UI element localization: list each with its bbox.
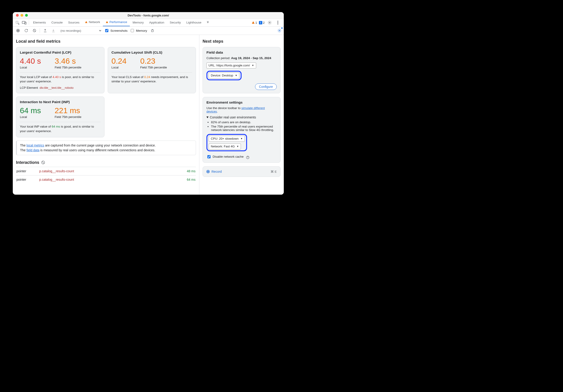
interactions-heading: Interactions xyxy=(16,160,196,165)
capture-settings-gear-icon[interactable] xyxy=(277,28,282,34)
interaction-row[interactable]: pointerp.catalog__results-count64 ms xyxy=(16,175,196,184)
interaction-row[interactable]: pointerp.catalog__results-count48 ms xyxy=(16,167,196,175)
screenshots-checkbox[interactable]: Screenshots xyxy=(104,28,128,33)
svg-point-4 xyxy=(277,21,278,22)
inp-title: Interaction to Next Paint (INP) xyxy=(20,100,101,104)
svg-point-14 xyxy=(247,158,248,158)
lcp-element-row[interactable]: LCP Element div.tile__text.tile__roboto xyxy=(20,86,101,90)
tab-application[interactable]: Application xyxy=(146,19,167,27)
settings-gear-icon[interactable] xyxy=(267,19,273,26)
inp-description: Your local INP value of 64 ms is good, a… xyxy=(20,124,101,133)
env-bullet: 82% of users are on desktop. xyxy=(211,120,277,124)
device-select-highlight: Device: Desktop▼ xyxy=(206,71,242,80)
minimize-window-button[interactable] xyxy=(21,14,23,17)
memory-checkbox[interactable]: Memory xyxy=(130,28,147,33)
cls-local-label: Local xyxy=(112,66,127,69)
cpu-throttle-select[interactable]: CPU: 20× slowdown▼ xyxy=(209,136,245,142)
interaction-duration: 48 ms xyxy=(187,169,195,173)
lcp-field-label: Field 75th percentile xyxy=(55,66,81,69)
svg-rect-10 xyxy=(152,30,153,32)
zoom-window-button[interactable] xyxy=(25,14,28,17)
help-icon[interactable] xyxy=(246,156,250,159)
toolbar-separator xyxy=(40,28,40,33)
inp-local-value: 64 ms xyxy=(20,106,41,115)
lcp-field-value: 3.46 s xyxy=(55,57,81,65)
inp-field-label: Field 75th percentile xyxy=(55,115,81,119)
tab-lighthouse[interactable]: Lighthouse xyxy=(184,19,204,27)
cls-field-value: 0.23 xyxy=(140,57,167,65)
download-profile-icon[interactable] xyxy=(51,28,56,34)
close-window-button[interactable] xyxy=(16,14,19,17)
interaction-target: p.catalog__results-count xyxy=(39,169,187,173)
env-bullet: The 75th percentile of real users experi… xyxy=(211,125,277,132)
issues-warning-badge[interactable]: 1 xyxy=(252,21,257,25)
next-steps-title: Next steps xyxy=(203,39,281,44)
inspect-element-icon[interactable] xyxy=(14,19,21,26)
throttling-highlight: CPU: 20× slowdown▼ Network: Fast 4G▼ xyxy=(206,134,247,151)
lcp-local-label: Local xyxy=(20,66,41,69)
device-select[interactable]: Device: Desktop▼ xyxy=(209,73,239,78)
record-card: Record ⌘ E xyxy=(203,166,281,177)
tab-console[interactable]: Console xyxy=(49,19,65,27)
metrics-pane: Local and field metrics Largest Contentf… xyxy=(13,35,199,195)
svg-point-5 xyxy=(277,22,278,23)
window-title: DevTools - fonts.google.com/ xyxy=(13,14,284,17)
lcp-card: Largest Contentful Paint (LCP) 4.40 s Lo… xyxy=(16,47,104,93)
more-tabs-icon[interactable] xyxy=(205,19,211,26)
record-icon[interactable] xyxy=(15,28,21,34)
tab-sources[interactable]: Sources xyxy=(65,19,82,27)
interaction-type: pointer xyxy=(16,169,39,173)
tab-memory[interactable]: Memory xyxy=(130,19,146,27)
field-data-card: Field data Collection period: Aug 19, 20… xyxy=(203,47,281,93)
devtools-tabs: ElementsConsoleSourcesNetworkPerformance… xyxy=(13,19,284,27)
environment-settings-card: Environment settings Use the device tool… xyxy=(203,97,281,163)
traffic-lights xyxy=(13,14,28,17)
record-shortcut: ⌘ E xyxy=(270,170,277,173)
consider-disclosure[interactable]: Consider real user environments 82% of u… xyxy=(206,116,277,132)
tab-network[interactable]: Network xyxy=(82,18,103,26)
upload-profile-icon[interactable] xyxy=(42,28,48,34)
tabs-separator xyxy=(29,20,29,25)
device-toolbar-icon[interactable] xyxy=(21,19,27,26)
inp-local-label: Local xyxy=(20,115,41,119)
cls-local-value: 0.24 xyxy=(112,57,127,65)
tab-elements[interactable]: Elements xyxy=(30,19,49,27)
url-select[interactable]: URL: https://fonts.google.com/▼ xyxy=(206,63,256,68)
lcp-description: Your local LCP value of 4.40 s is poor, … xyxy=(20,75,101,84)
more-options-icon[interactable] xyxy=(275,19,281,26)
recordings-select[interactable]: (no recordings) xyxy=(59,28,102,33)
next-steps-pane: Next steps Field data Collection period:… xyxy=(199,35,284,195)
cls-description: Your local CLS value of 0.24 needs impro… xyxy=(112,75,192,84)
interaction-type: pointer xyxy=(16,178,39,181)
tab-performance[interactable]: Performance xyxy=(103,18,130,26)
lcp-title: Largest Contentful Paint (LCP) xyxy=(20,51,101,54)
metrics-note: The local metrics are captured from the … xyxy=(16,141,196,155)
inp-card: Interaction to Next Paint (INP) 64 ms Lo… xyxy=(16,96,104,137)
cls-card: Cumulative Layout Shift (CLS) 0.24 Local… xyxy=(108,47,196,93)
cls-title: Cumulative Layout Shift (CLS) xyxy=(112,51,192,54)
svg-point-6 xyxy=(277,24,278,25)
cls-field-label: Field 75th percentile xyxy=(140,66,167,69)
svg-point-8 xyxy=(17,30,19,31)
gc-icon[interactable] xyxy=(149,28,155,34)
clear-interactions-icon[interactable] xyxy=(41,160,45,165)
field-data-link[interactable]: field data xyxy=(26,148,39,152)
issues-info-badge[interactable]: i 2 xyxy=(259,21,265,25)
local-metrics-link[interactable]: local metrics xyxy=(26,144,44,147)
disable-cache-checkbox[interactable]: Disable network cache xyxy=(206,155,244,159)
section-title: Local and field metrics xyxy=(16,39,196,44)
inp-field-value: 221 ms xyxy=(55,106,81,115)
record-dot-icon xyxy=(206,170,210,173)
clear-icon[interactable] xyxy=(31,28,38,34)
tab-security[interactable]: Security xyxy=(167,19,184,27)
svg-point-11 xyxy=(279,30,280,31)
configure-button[interactable]: Configure xyxy=(255,83,277,90)
lcp-local-value: 4.40 s xyxy=(20,57,41,65)
interaction-target: p.catalog__results-count xyxy=(39,178,187,181)
record-button[interactable]: Record xyxy=(206,170,222,173)
devtools-window: DevTools - fonts.google.com/ ElementsCon… xyxy=(13,12,284,195)
window-titlebar: DevTools - fonts.google.com/ xyxy=(13,12,284,19)
network-throttle-select[interactable]: Network: Fast 4G▼ xyxy=(209,144,241,149)
reload-record-icon[interactable] xyxy=(23,28,29,34)
interaction-duration: 64 ms xyxy=(187,178,195,181)
